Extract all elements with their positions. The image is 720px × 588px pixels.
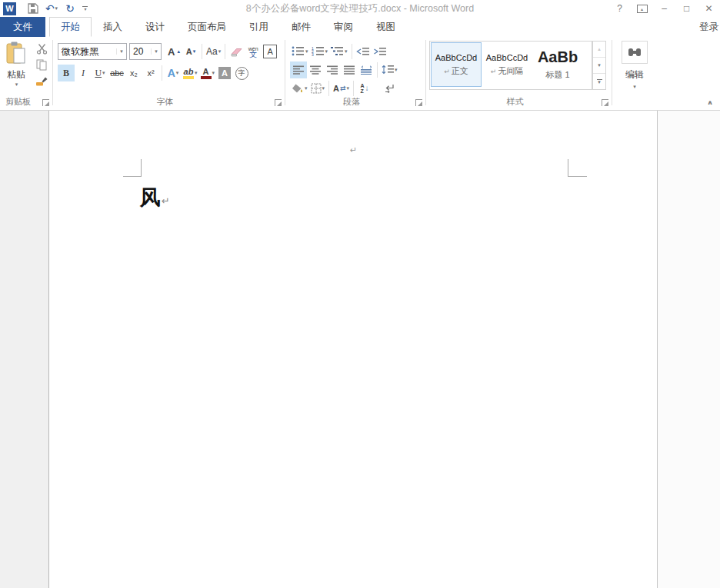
header-paragraph-mark: ↵ bbox=[350, 145, 357, 155]
undo-button[interactable]: ↶ ▾ bbox=[42, 1, 61, 16]
help-icon: ? bbox=[617, 3, 622, 14]
style-card-normal[interactable]: AaBbCcDd ↵正文 bbox=[432, 43, 481, 86]
tab-design[interactable]: 设计 bbox=[134, 17, 176, 37]
font-color-button[interactable]: A ▾ bbox=[199, 65, 217, 81]
window-title: 8个办公必备word文字处理技巧.docx - Microsoft Word bbox=[246, 2, 474, 15]
increase-indent-icon bbox=[373, 47, 387, 56]
font-row-2: B I U ▾ abc x₂ x² A ▾ ab bbox=[53, 64, 285, 82]
customize-qat-button[interactable]: ▾ bbox=[82, 6, 88, 11]
highlight-color-button[interactable]: ab ▾ bbox=[182, 65, 199, 81]
minimize-button[interactable]: – bbox=[653, 1, 675, 16]
paste-button[interactable]: 粘贴 ▾ bbox=[2, 42, 30, 98]
styles-dialog-launcher[interactable] bbox=[602, 99, 608, 106]
copy-button[interactable] bbox=[33, 58, 50, 72]
style-card-no-spacing[interactable]: AaBbCcDd ↵无间隔 bbox=[482, 43, 532, 86]
tab-references[interactable]: 引用 bbox=[238, 17, 280, 37]
tab-file[interactable]: 文件 bbox=[0, 17, 45, 37]
paragraph-group-label: 段落 bbox=[285, 96, 418, 108]
save-button[interactable] bbox=[24, 1, 42, 16]
close-button[interactable]: ✕ bbox=[698, 1, 720, 16]
tab-view[interactable]: 视图 bbox=[365, 17, 407, 37]
justify-button[interactable] bbox=[341, 61, 358, 78]
tab-insert[interactable]: 插入 bbox=[92, 17, 134, 37]
strikethrough-button[interactable]: abc bbox=[108, 65, 125, 81]
bold-button[interactable]: B bbox=[58, 65, 75, 81]
asian-layout-button[interactable]: A ⇄ ▾ bbox=[332, 80, 351, 97]
subscript-button[interactable]: x₂ bbox=[125, 65, 142, 81]
scissors-icon bbox=[36, 43, 48, 55]
styles-scroll-up-button[interactable]: ▴ bbox=[593, 42, 605, 58]
enclose-characters-icon: 字 bbox=[235, 67, 248, 80]
decrease-indent-button[interactable] bbox=[355, 43, 372, 60]
format-painter-brush-icon bbox=[35, 75, 48, 87]
align-right-icon bbox=[327, 65, 338, 75]
font-dialog-launcher[interactable] bbox=[275, 99, 282, 106]
sign-in-link[interactable]: 登录 bbox=[692, 17, 720, 37]
tab-mailings[interactable]: 邮件 bbox=[280, 17, 322, 37]
show-hide-marks-icon bbox=[384, 84, 395, 93]
paste-dropdown-icon[interactable]: ▾ bbox=[15, 81, 18, 88]
font-size-combo[interactable]: 20 ▾ bbox=[129, 43, 162, 60]
align-right-button[interactable] bbox=[324, 61, 341, 78]
show-hide-marks-button[interactable] bbox=[381, 80, 398, 97]
paragraph-dialog-launcher[interactable] bbox=[415, 99, 422, 106]
underline-button[interactable]: U ▾ bbox=[92, 65, 108, 81]
word-window: W ↶ ▾ ↻ ▾ 8个办公必备word文字处理技巧.docx - Micros… bbox=[0, 0, 720, 588]
text-effects-button[interactable]: A ▾ bbox=[165, 65, 182, 81]
tab-review[interactable]: 审阅 bbox=[322, 17, 365, 37]
clear-formatting-button[interactable] bbox=[228, 43, 245, 60]
enclose-characters-button[interactable]: 字 bbox=[233, 65, 250, 81]
character-shading-button[interactable]: A bbox=[216, 65, 233, 81]
text-boundary-corner-right bbox=[568, 159, 587, 177]
increase-indent-button[interactable] bbox=[372, 43, 388, 60]
document-page[interactable] bbox=[49, 111, 658, 588]
change-case-button[interactable]: Aa▾ bbox=[205, 43, 222, 60]
font-name-dropdown-icon[interactable]: ▾ bbox=[116, 48, 126, 55]
multilevel-list-button[interactable]: ▾ bbox=[329, 43, 349, 60]
grow-font-button[interactable]: A▴ bbox=[165, 43, 182, 60]
bullets-icon bbox=[292, 46, 305, 56]
svg-text:3: 3 bbox=[312, 52, 314, 56]
line-spacing-button[interactable]: ▾ bbox=[380, 61, 399, 78]
clipboard-dialog-launcher[interactable] bbox=[42, 99, 49, 106]
ribbon-display-options-button[interactable]: ▴ bbox=[631, 1, 653, 16]
redo-button[interactable]: ↻ bbox=[61, 1, 79, 16]
underline-dropdown-icon[interactable]: ▾ bbox=[102, 70, 105, 76]
sort-button[interactable]: A Z ↓ bbox=[356, 80, 373, 97]
maximize-button[interactable]: □ bbox=[675, 1, 698, 16]
document-area[interactable]: ↵ 风↵ bbox=[0, 111, 720, 588]
cut-button[interactable] bbox=[33, 42, 50, 56]
decrease-indent-icon bbox=[356, 47, 370, 56]
maximize-icon: □ bbox=[684, 3, 689, 14]
superscript-button[interactable]: x² bbox=[142, 65, 159, 81]
styles-gallery-more-button[interactable]: ▾ bbox=[593, 74, 605, 89]
document-text[interactable]: 风↵ bbox=[140, 186, 170, 213]
distribute-button[interactable] bbox=[358, 61, 375, 78]
editing-menu-button[interactable]: 编辑 ▾ bbox=[620, 41, 649, 90]
collapse-ribbon-button[interactable]: ∧ bbox=[707, 99, 713, 106]
style-card-heading1[interactable]: AaBb 标题 1 bbox=[533, 43, 582, 86]
shrink-font-button[interactable]: A▾ bbox=[182, 43, 199, 60]
tab-home[interactable]: 开始 bbox=[49, 17, 92, 37]
numbering-button[interactable]: 1 2 3 ▾ bbox=[310, 43, 330, 60]
character-border-button[interactable]: A bbox=[262, 43, 278, 60]
redo-icon: ↻ bbox=[65, 2, 75, 15]
format-painter-button[interactable] bbox=[33, 74, 50, 88]
character-border-icon: A bbox=[263, 45, 277, 58]
undo-dropdown-icon[interactable]: ▾ bbox=[55, 5, 58, 12]
font-size-dropdown-icon[interactable]: ▾ bbox=[151, 48, 161, 55]
align-left-button[interactable] bbox=[290, 61, 307, 78]
italic-button[interactable]: I bbox=[75, 65, 92, 81]
shading-button[interactable]: ▾ bbox=[290, 80, 309, 97]
bullets-button[interactable]: ▾ bbox=[290, 43, 310, 60]
font-name-combo[interactable]: 微软雅黑 ▾ bbox=[58, 43, 127, 60]
styles-scroll-down-button[interactable]: ▾ bbox=[593, 58, 605, 74]
tab-page-layout[interactable]: 页面布局 bbox=[176, 17, 238, 37]
ribbon-display-options-icon: ▴ bbox=[637, 5, 648, 13]
help-button[interactable]: ? bbox=[608, 1, 631, 16]
phonetic-guide-button[interactable]: wén 文 bbox=[245, 43, 262, 60]
word-logo-icon[interactable]: W bbox=[3, 2, 16, 15]
save-icon bbox=[28, 3, 38, 14]
align-center-button[interactable] bbox=[307, 61, 324, 78]
borders-button[interactable]: ▾ bbox=[309, 80, 327, 97]
